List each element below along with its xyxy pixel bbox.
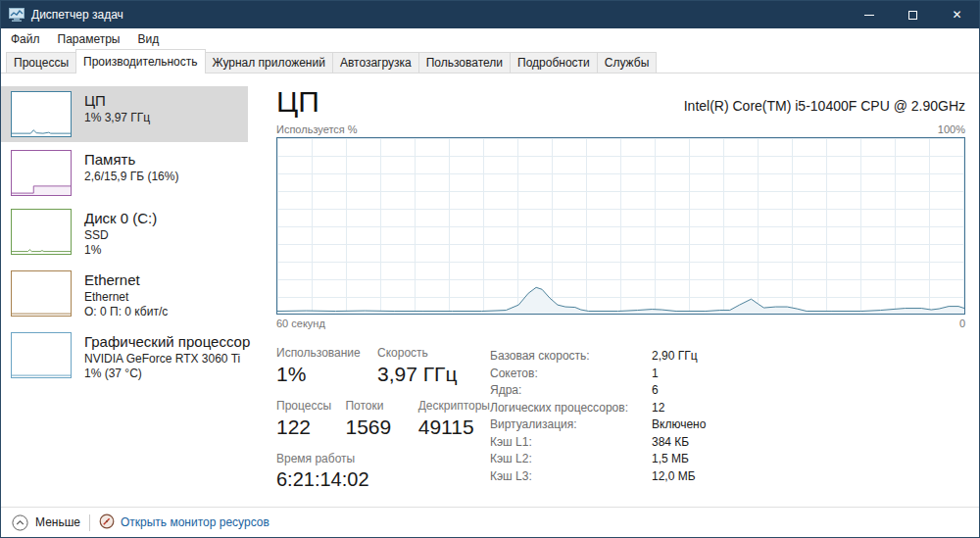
maximize-button[interactable]: [891, 1, 935, 28]
stat-handles: Дескрипторы 49115: [418, 399, 490, 439]
close-button[interactable]: ✕: [935, 1, 979, 28]
spec-row: Кэш L3:12,0 МБ: [490, 468, 706, 486]
maximize-icon: [908, 11, 917, 20]
sidebar-ethernet-name: Ethernet: [84, 290, 168, 305]
memory-sparkline-chart: [11, 150, 72, 196]
cpu-static-specs: Базовая скорость:2,90 ГГц Сокетов:1 Ядра…: [490, 346, 706, 504]
sidebar-memory-stats: 2,6/15,9 ГБ (16%): [84, 170, 178, 184]
cpu-stats: Использование 1% Скорость 3,97 ГГц Проце…: [276, 346, 965, 504]
page-title: ЦП: [276, 86, 319, 118]
close-icon: ✕: [952, 8, 961, 22]
resource-monitor-gauge-icon: [99, 514, 115, 532]
sidebar-item-ethernet[interactable]: Ethernet Ethernet О: 0 П: 0 кбит/с: [1, 266, 248, 324]
gpu-sparkline-chart: [11, 332, 72, 378]
cpu-usage-chart: [276, 137, 965, 315]
cpu-dynamic-stats: Использование 1% Скорость 3,97 ГГц Проце…: [276, 346, 490, 504]
chevron-up-circle-icon: [12, 514, 28, 531]
sidebar-gpu-stats: 1% (37 °C): [84, 367, 250, 381]
sidebar-cpu-title: ЦП: [84, 92, 150, 109]
menu-view[interactable]: Вид: [128, 29, 168, 49]
tab-users[interactable]: Пользователи: [418, 52, 511, 73]
footer-bar: Меньше Открыть монитор ресурсов: [1, 507, 979, 537]
spec-row: Ядра:6: [490, 382, 706, 400]
minimize-icon: [864, 15, 874, 16]
spec-row: Кэш L2:1,5 МБ: [490, 451, 706, 468]
footer-divider: [89, 514, 90, 531]
ethernet-sparkline-chart: [11, 270, 72, 317]
sidebar-item-memory[interactable]: Память 2,6/15,9 ГБ (16%): [1, 145, 248, 201]
stat-speed: Скорость 3,97 ГГц: [377, 346, 457, 386]
stat-utilization: Использование 1%: [276, 346, 377, 386]
task-manager-window: Диспетчер задач ✕ Файл Параметры Вид Про…: [0, 0, 980, 538]
chart-x-span-label: 60 секунд: [276, 318, 325, 329]
chart-x-zero-label: 0: [959, 318, 965, 329]
app-icon: [9, 8, 24, 22]
performance-content: ЦП 1% 3,97 ГГц Память 2,6/15,9 ГБ (16%): [1, 73, 979, 537]
cpu-detail-panel: ЦП Intel(R) Core(TM) i5-10400F CPU @ 2.9…: [248, 86, 979, 537]
sidebar-disk-usage: 1%: [84, 243, 157, 258]
sidebar-ethernet-stats: О: 0 П: 0 кбит/с: [84, 305, 168, 319]
sidebar-gpu-title: Графический процессор: [84, 333, 250, 350]
spec-row: Сокетов:1: [490, 366, 706, 383]
tab-processes[interactable]: Процессы: [6, 52, 76, 73]
tab-startup[interactable]: Автозагрузка: [332, 52, 419, 73]
window-title: Диспетчер задач: [31, 8, 847, 22]
spec-row: Виртуализация:Включено: [490, 416, 706, 434]
chart-y-max-label: 100%: [938, 123, 965, 135]
tab-services[interactable]: Службы: [597, 52, 657, 73]
sidebar-cpu-stats: 1% 3,97 ГГц: [84, 111, 150, 125]
performance-sidebar: ЦП 1% 3,97 ГГц Память 2,6/15,9 ГБ (16%): [1, 86, 248, 537]
disk-sparkline-chart: [11, 209, 72, 255]
sidebar-item-disk0[interactable]: Диск 0 (C:) SSD 1%: [1, 204, 248, 263]
sidebar-item-cpu[interactable]: ЦП 1% 3,97 ГГц: [1, 86, 248, 142]
tab-strip: Процессы Производительность Журнал прило…: [1, 50, 979, 73]
spec-row: Кэш L1:384 КБ: [490, 434, 706, 452]
cpu-header: ЦП Intel(R) Core(TM) i5-10400F CPU @ 2.9…: [276, 86, 965, 118]
stat-processes: Процессы 122: [276, 399, 345, 439]
spec-row: Логических процессоров:12: [490, 400, 706, 417]
tab-details[interactable]: Подробности: [510, 52, 598, 73]
sidebar-disk-title: Диск 0 (C:): [84, 210, 157, 226]
sidebar-ethernet-title: Ethernet: [84, 271, 168, 288]
menu-bar: Файл Параметры Вид: [1, 28, 979, 50]
tab-performance[interactable]: Производительность: [75, 49, 205, 73]
stat-threads: Потоки 1569: [345, 399, 417, 439]
minimize-button[interactable]: [847, 1, 891, 28]
sidebar-disk-type: SSD: [84, 228, 157, 243]
sidebar-item-gpu[interactable]: Графический процессор NVIDIA GeForce RTX…: [1, 327, 248, 386]
menu-options[interactable]: Параметры: [49, 29, 129, 49]
chart-y-axis-label: Используется %: [276, 123, 358, 135]
tab-app-history[interactable]: Журнал приложений: [205, 52, 333, 73]
title-bar: Диспетчер задач ✕: [1, 1, 979, 28]
open-resource-monitor-link[interactable]: Открыть монитор ресурсов: [99, 514, 270, 532]
sidebar-gpu-name: NVIDIA GeForce RTX 3060 Ti: [84, 352, 250, 367]
cpu-usage-line: [277, 287, 964, 311]
menu-file[interactable]: Файл: [2, 29, 49, 49]
spec-row: Базовая скорость:2,90 ГГц: [490, 348, 706, 366]
stat-uptime: Время работы 6:21:14:02: [276, 452, 369, 491]
cpu-usage-area: [277, 287, 964, 314]
sidebar-memory-title: Память: [84, 151, 178, 168]
fewer-details-button[interactable]: Меньше: [12, 514, 80, 531]
cpu-model-name: Intel(R) Core(TM) i5-10400F CPU @ 2.90GH…: [684, 98, 965, 118]
cpu-sparkline-chart: [11, 91, 72, 137]
